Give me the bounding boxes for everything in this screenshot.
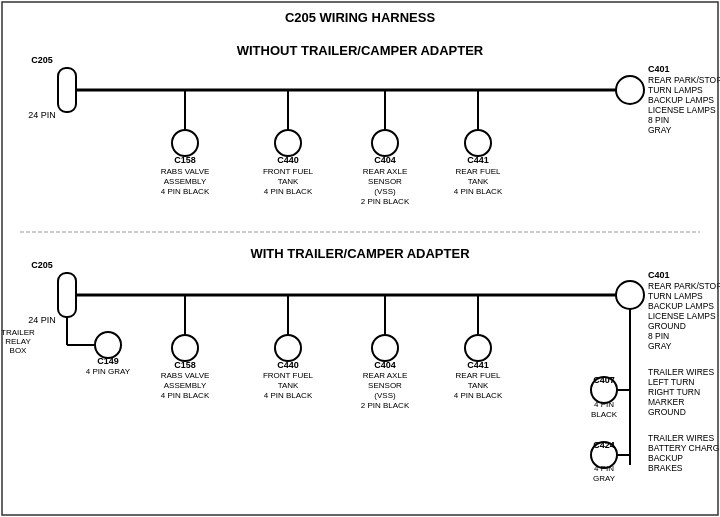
c401-color-1: GRAY: [648, 125, 672, 135]
c440-desc2: TANK: [278, 177, 299, 186]
c401-connector-1: [616, 76, 644, 104]
c441-s2-desc2: TANK: [468, 381, 489, 390]
c158-desc1: RABS VALVE: [161, 167, 210, 176]
c407-desc2: LEFT TURN: [648, 377, 694, 387]
c441-label-2: C441: [467, 360, 489, 370]
c158-s2-desc2: ASSEMBLY: [164, 381, 207, 390]
c404-s2-desc3: (VSS): [374, 391, 396, 400]
c158-label-2: C158: [174, 360, 196, 370]
c149-connector: [95, 332, 121, 358]
diagram-container: C205 WIRING HARNESS WITHOUT TRAILER/CAMP…: [0, 0, 720, 517]
c441-desc1: REAR FUEL: [456, 167, 501, 176]
c424-label: C424: [593, 440, 615, 450]
c404-desc3: (VSS): [374, 187, 396, 196]
c158-s2-desc3: 4 PIN BLACK: [161, 391, 210, 400]
c205-connector-2: [58, 273, 76, 317]
c424-pins: 4 PIN: [594, 464, 614, 473]
c404-desc1: REAR AXLE: [363, 167, 407, 176]
c401-desc2-5: GROUND: [648, 321, 686, 331]
section1-label: WITHOUT TRAILER/CAMPER ADAPTER: [237, 43, 484, 58]
c407-desc1: TRAILER WIRES: [648, 367, 714, 377]
c407-label: C407: [593, 375, 615, 385]
c401-desc1-3: BACKUP LAMPS: [648, 95, 714, 105]
c440-s2-desc1: FRONT FUEL: [263, 371, 314, 380]
wiring-diagram-svg: C205 WIRING HARNESS WITHOUT TRAILER/CAMP…: [0, 0, 720, 517]
c401-desc2-1: REAR PARK/STOP: [648, 281, 720, 291]
c441-label-1: C441: [467, 155, 489, 165]
c407-pins: 4 PIN: [594, 400, 614, 409]
c149-desc: 4 PIN GRAY: [86, 367, 131, 376]
c440-s2-desc3: 4 PIN BLACK: [264, 391, 313, 400]
c401-label-2: C401: [648, 270, 670, 280]
c401-pins-2: 8 PIN: [648, 331, 669, 341]
c158-label-1: C158: [174, 155, 196, 165]
c440-desc3: 4 PIN BLACK: [264, 187, 313, 196]
c441-connector-2: [465, 335, 491, 361]
c440-label-1: C440: [277, 155, 299, 165]
trailer-relay-label3: BOX: [10, 346, 28, 355]
c401-pins-1: 8 PIN: [648, 115, 669, 125]
c407-desc3: RIGHT TURN: [648, 387, 700, 397]
c404-connector-2: [372, 335, 398, 361]
c158-desc3: 4 PIN BLACK: [161, 187, 210, 196]
c205-pins-2: 24 PIN: [28, 315, 56, 325]
c441-s2-desc1: REAR FUEL: [456, 371, 501, 380]
c440-desc1: FRONT FUEL: [263, 167, 314, 176]
c401-desc2-2: TURN LAMPS: [648, 291, 703, 301]
page-title: C205 WIRING HARNESS: [285, 10, 436, 25]
c404-s2-desc1: REAR AXLE: [363, 371, 407, 380]
c404-label-2: C404: [374, 360, 396, 370]
c424-desc3: BACKUP: [648, 453, 683, 463]
trailer-relay-label: TRAILER: [1, 328, 35, 337]
trailer-relay-label2: RELAY: [5, 337, 31, 346]
c401-desc1-1: REAR PARK/STOP: [648, 75, 720, 85]
c404-s2-desc4: 2 PIN BLACK: [361, 401, 410, 410]
c404-s2-desc2: SENSOR: [368, 381, 402, 390]
c441-desc2: TANK: [468, 177, 489, 186]
c205-label-1: C205: [31, 55, 53, 65]
c441-connector-1: [465, 130, 491, 156]
c404-connector-1: [372, 130, 398, 156]
c205-pins-1: 24 PIN: [28, 110, 56, 120]
c401-label-1: C401: [648, 64, 670, 74]
c149-label: C149: [97, 356, 119, 366]
c424-color: GRAY: [593, 474, 616, 483]
c158-s2-desc1: RABS VALVE: [161, 371, 210, 380]
c440-connector-1: [275, 130, 301, 156]
c158-desc2: ASSEMBLY: [164, 177, 207, 186]
c424-desc1: TRAILER WIRES: [648, 433, 714, 443]
c424-desc4: BRAKES: [648, 463, 683, 473]
c401-color-2: GRAY: [648, 341, 672, 351]
c440-label-2: C440: [277, 360, 299, 370]
c401-desc1-4: LICENSE LAMPS: [648, 105, 716, 115]
c158-connector-2: [172, 335, 198, 361]
c401-desc2-3: BACKUP LAMPS: [648, 301, 714, 311]
c158-connector-1: [172, 130, 198, 156]
c424-desc2: BATTERY CHARGE: [648, 443, 720, 453]
c404-label-1: C404: [374, 155, 396, 165]
c441-desc3: 4 PIN BLACK: [454, 187, 503, 196]
c407-color: BLACK: [591, 410, 618, 419]
c407-desc4: MARKER: [648, 397, 684, 407]
c407-desc5: GROUND: [648, 407, 686, 417]
c441-s2-desc3: 4 PIN BLACK: [454, 391, 503, 400]
c401-desc2-4: LICENSE LAMPS: [648, 311, 716, 321]
c440-s2-desc2: TANK: [278, 381, 299, 390]
c401-connector-2: [616, 281, 644, 309]
c401-desc1-2: TURN LAMPS: [648, 85, 703, 95]
c205-connector-1: [58, 68, 76, 112]
c440-connector-2: [275, 335, 301, 361]
c404-desc2: SENSOR: [368, 177, 402, 186]
c205-label-2: C205: [31, 260, 53, 270]
section2-label: WITH TRAILER/CAMPER ADAPTER: [250, 246, 470, 261]
c404-desc4: 2 PIN BLACK: [361, 197, 410, 206]
